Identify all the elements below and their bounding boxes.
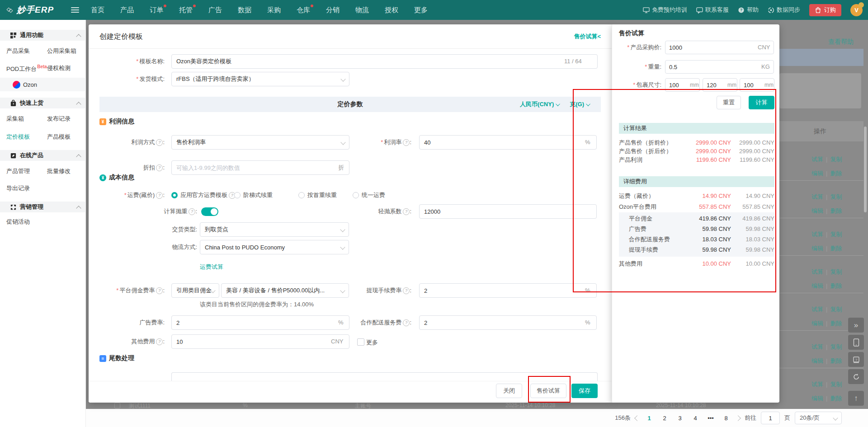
sidebar-item-pod-workbench[interactable]: POD工作台Beta xyxy=(6,64,47,73)
withdraw-rate-input[interactable] xyxy=(419,283,597,298)
copy-link[interactable]: 复制 xyxy=(830,306,842,313)
sidebar-item-pricing-template[interactable]: 定价模板 xyxy=(6,133,30,141)
next-page-icon[interactable] xyxy=(735,415,741,421)
view-help-link[interactable]: 查看帮助 xyxy=(828,38,854,46)
menu-ads[interactable]: 广告 xyxy=(208,6,222,14)
edit-link[interactable]: 编辑 xyxy=(811,320,823,327)
copy-link[interactable]: 复制 xyxy=(830,343,842,350)
copy-link[interactable]: 复制 xyxy=(830,268,842,275)
contact-support-link[interactable]: 联系客服 xyxy=(696,6,729,14)
currency-select[interactable]: 人民币(CNY) xyxy=(520,100,559,108)
goto-page-input[interactable] xyxy=(761,412,780,424)
sidebar-item-promotions[interactable]: 促销活动 xyxy=(6,218,30,226)
menu-authorization[interactable]: 授权 xyxy=(385,6,398,14)
shipping-mode-select[interactable]: rFBS（适用于跨境自营卖家） xyxy=(171,72,349,86)
page-8[interactable]: 8 xyxy=(721,415,731,422)
menu-distribution[interactable]: 分销 xyxy=(326,6,340,14)
sidebar-section-online-products[interactable]: 在线产品 xyxy=(0,150,86,161)
delete-link[interactable]: 删除 xyxy=(830,357,842,364)
menu-purchase[interactable]: 采购 xyxy=(267,6,281,14)
sidebar-section-marketing[interactable]: 营销管理 xyxy=(0,202,86,212)
user-avatar[interactable]: V xyxy=(850,4,863,16)
data-sync-link[interactable]: 数据同步 xyxy=(768,6,800,14)
sidebar-section-quick-listing[interactable]: 快速上货 xyxy=(0,98,86,108)
edit-link[interactable]: 编辑 xyxy=(811,357,823,364)
prev-page-icon[interactable] xyxy=(634,415,640,421)
more-checkbox[interactable] xyxy=(357,338,364,346)
sidebar-item-product-management[interactable]: 产品管理 xyxy=(6,167,30,175)
sidebar-section-general[interactable]: 通用功能 xyxy=(0,30,86,41)
help-icon[interactable]: ? xyxy=(156,139,163,146)
price-trial-button[interactable]: 售价试算 xyxy=(530,384,566,398)
close-button[interactable]: 关闭 xyxy=(496,384,522,398)
radio-tiered-weight[interactable]: 阶梯式续重 xyxy=(234,190,273,201)
partner-delivery-fee-input[interactable] xyxy=(419,315,597,330)
help-link[interactable]: ? 帮助 xyxy=(738,6,759,14)
trial-link[interactable]: 试算 xyxy=(811,381,823,388)
help-icon[interactable]: ? xyxy=(403,287,410,294)
trial-link[interactable]: 试算 xyxy=(811,231,823,238)
sidebar-item-ozon[interactable]: Ozon xyxy=(0,78,86,91)
logistics-select[interactable]: China Post to PUDO Economy xyxy=(200,240,349,254)
menu-logistics[interactable]: 物流 xyxy=(355,6,369,14)
edit-link[interactable]: 编辑 xyxy=(811,170,823,177)
scrollbar-thumb[interactable] xyxy=(864,127,867,212)
other-fee-input[interactable] xyxy=(171,334,349,349)
help-icon[interactable]: ? xyxy=(156,164,163,171)
light-factor-input[interactable] xyxy=(419,204,597,219)
copy-link[interactable]: 复制 xyxy=(830,231,842,238)
copy-link[interactable]: 复制 xyxy=(830,193,842,200)
edit-link[interactable]: 编辑 xyxy=(811,282,823,289)
commission-type-select[interactable]: 引用类目佣金 xyxy=(171,283,219,298)
page-2[interactable]: 2 xyxy=(659,415,670,422)
freight-trial-link[interactable]: 运费试算 xyxy=(200,263,223,271)
reset-button[interactable]: 重置 xyxy=(717,96,741,109)
page-size-select[interactable]: 20条/页 xyxy=(795,412,842,424)
copy-link[interactable]: 复制 xyxy=(830,156,842,163)
collapse-panel-button[interactable]: » xyxy=(848,318,864,333)
row-checkbox[interactable] xyxy=(114,403,120,408)
sidebar-item-product-template[interactable]: 产品模板 xyxy=(47,133,71,141)
sidebar-item-export-records[interactable]: 导出记录 xyxy=(6,184,30,192)
menu-orders[interactable]: 订单 xyxy=(150,6,163,14)
price-trial-toggle-link[interactable]: 售价试算< xyxy=(574,24,601,49)
refresh-button[interactable] xyxy=(848,369,864,384)
trial-link[interactable]: 试算 xyxy=(811,156,823,163)
help-icon[interactable]: ? xyxy=(156,338,163,345)
mobile-app-button[interactable] xyxy=(848,335,864,350)
delete-link[interactable]: 删除 xyxy=(830,207,842,214)
save-button[interactable]: 保存 xyxy=(571,384,598,398)
menu-product[interactable]: 产品 xyxy=(120,6,134,14)
subscribe-button[interactable]: 订购 xyxy=(809,4,841,16)
help-icon[interactable]: ? xyxy=(156,192,163,199)
page-4[interactable]: 4 xyxy=(690,415,701,422)
menu-more[interactable]: 更多 xyxy=(414,6,428,14)
help-icon[interactable]: ? xyxy=(189,208,195,215)
calculate-button[interactable]: 计算 xyxy=(749,96,774,109)
trial-link[interactable]: 试算 xyxy=(811,268,823,275)
trial-link[interactable]: 试算 xyxy=(811,306,823,313)
help-icon[interactable]: ? xyxy=(156,287,163,294)
delivery-type-select[interactable]: 到取货点 xyxy=(200,222,349,237)
back-to-top-button[interactable]: ↑ xyxy=(848,391,864,406)
delete-link[interactable]: 删除 xyxy=(830,245,842,252)
edit-link[interactable]: 编辑 xyxy=(811,245,823,252)
page-1[interactable]: 1 xyxy=(644,415,655,422)
trial-link[interactable]: 试算 xyxy=(811,343,823,350)
calc-throw-weight-toggle[interactable] xyxy=(201,207,218,216)
profit-rate-input[interactable] xyxy=(419,135,597,150)
help-icon[interactable]: ? xyxy=(403,319,410,326)
weight-unit-select[interactable]: 克(G) xyxy=(570,100,589,108)
radio-official-freight-template[interactable]: 应用官方运费模板? xyxy=(171,190,236,201)
edit-link[interactable]: 编辑 xyxy=(811,395,823,402)
page-ellipsis[interactable]: ••• xyxy=(705,415,716,422)
menu-data[interactable]: 数据 xyxy=(238,6,251,14)
help-icon[interactable]: ? xyxy=(403,208,410,215)
menu-hosting[interactable]: 托管 xyxy=(179,6,193,14)
clipped-input[interactable] xyxy=(171,372,598,381)
free-training-link[interactable]: 免费预约培训 xyxy=(643,6,687,14)
template-name-input[interactable] xyxy=(171,54,598,69)
page-3[interactable]: 3 xyxy=(675,415,685,422)
hamburger-menu-icon[interactable] xyxy=(71,7,79,13)
delete-link[interactable]: 删除 xyxy=(830,395,842,402)
